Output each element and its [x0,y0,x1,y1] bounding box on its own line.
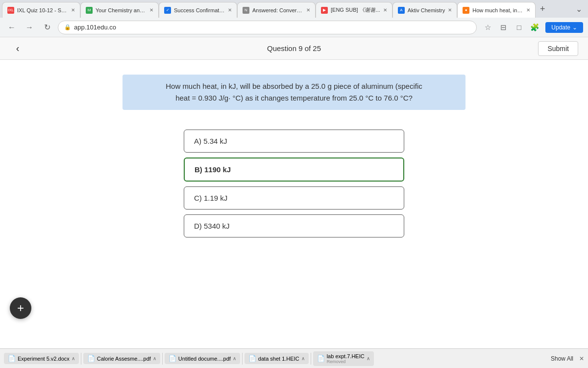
taskbar-right: Show All ✕ [549,354,584,363]
taskbar-doc-icon-4: 📄 [317,355,325,362]
taskbar-doc-icon-3: 📄 [248,355,256,362]
option-d-button[interactable]: D) 5340 kJ [184,214,404,237]
page-header: ‹ Question 9 of 25 Submit [0,37,588,60]
taskbar-chevron-2: ∧ [233,356,236,361]
update-button[interactable]: Update ⌄ [545,22,583,33]
lock-icon: 🔒 [64,24,71,30]
new-tab-button[interactable]: + [536,2,549,16]
taskbar-close-button[interactable]: ✕ [579,355,584,362]
taskbar-item-2[interactable]: 📄 Untitled docume....pdf ∧ [165,353,240,364]
taskbar-doc-icon-0: 📄 [8,355,16,362]
update-label: Update [551,24,570,31]
taskbar-chevron-4: ∧ [367,356,370,361]
tab-overflow-button[interactable]: ⌄ [576,4,582,14]
url-text: app.101edu.co [74,24,116,31]
taskbar-label-3: data shet 1.HEIC [258,356,299,362]
taskbar-chevron-0: ∧ [72,356,75,361]
tab-close-gmail[interactable]: ✕ [149,7,153,13]
update-chevron-icon: ⌄ [572,24,577,31]
taskbar-removed-badge: Removed [327,359,365,364]
tab-label-gmail: Your Chemistry answ... [96,7,147,13]
tab-favicon-gmail: M [86,7,93,14]
taskbar-item-4[interactable]: 📄 lab expt.7.HEIC Removed ∧ [313,351,374,366]
tab-video[interactable]: ▶ [ENG SUB] 《谢谢... ✕ [316,2,392,18]
address-bar-icons: ☆ ⊟ □ 🧩 [481,21,541,34]
tab-label-aktiv: Aktiv Chemistry [408,7,445,13]
bookmark-star-icon[interactable]: ☆ [481,21,494,34]
options-container: A) 5.34 kJ B) 1190 kJ C) 1.19 kJ D) 5340… [184,130,404,237]
taskbar-item-3[interactable]: 📄 data shet 1.HEIC ∧ [245,353,309,364]
tab-label-video: [ENG SUB] 《谢谢... [331,6,380,14]
tab-favicon-aktiv: A [398,7,405,14]
browser-tabs: IXL IXL Quiz 10-12 - Spring 2... ✕ M You… [0,0,588,18]
tab-favicon-howmuch: ● [463,7,469,14]
taskbar-doc-icon-2: 📄 [169,355,176,362]
option-c-button[interactable]: C) 1.19 kJ [184,186,404,210]
question-line1: How much heat, in kJ, will be absorbed b… [166,82,422,90]
tab-ixl[interactable]: IXL IXL Quiz 10-12 - Spring 2... ✕ [2,2,80,18]
address-bar: ← → ↻ 🔒 app.101edu.co ☆ ⊟ □ 🧩 Update ⌄ [0,18,588,37]
tab-howmuch[interactable]: ● How much heat, in kJ... ✕ [457,2,536,18]
taskbar: 📄 Experiment 5.v2.docx ∧ 📄 Calorie Asses… [0,348,588,368]
tab-label-success: Success Confirmation [174,7,225,13]
tab-favicon-answered: N [243,7,249,14]
taskbar-sep-3 [311,353,311,365]
tab-aktiv[interactable]: A Aktiv Chemistry ✕ [392,2,457,18]
tab-close-video[interactable]: ✕ [383,7,387,13]
question-line2: heat = 0.930 J/g· °C) as it changes temp… [175,94,413,102]
extension-icon[interactable]: 🧩 [528,21,541,34]
tab-close-answered[interactable]: ✕ [306,7,310,13]
tab-gmail[interactable]: M Your Chemistry answ... ✕ [80,2,159,18]
back-button[interactable]: ← [5,21,19,34]
screen-cast-icon[interactable]: □ [512,21,526,34]
taskbar-label-0: Experiment 5.v2.docx [18,356,70,362]
taskbar-sep-2 [242,353,243,365]
taskbar-label-4: lab expt.7.HEIC [327,353,365,359]
url-bar[interactable]: 🔒 app.101edu.co [58,21,477,34]
taskbar-doc-icon-1: 📄 [87,355,95,362]
taskbar-chevron-3: ∧ [301,356,305,361]
tab-favicon-success: ✓ [164,7,171,14]
option-b-button[interactable]: B) 1190 kJ [184,158,404,182]
tab-close-success[interactable]: ✕ [228,7,232,13]
reading-mode-icon[interactable]: ⊟ [496,21,510,34]
taskbar-chevron-1: ∧ [153,356,156,361]
back-nav-button[interactable]: ‹ [10,41,25,56]
tab-label-howmuch: How much heat, in kJ... [472,7,523,13]
taskbar-item-1[interactable]: 📄 Calorie Assesme....pdf ∧ [83,353,160,364]
tab-answered[interactable]: N Answered: Convert 2... ✕ [237,2,316,18]
tab-label-ixl: IXL Quiz 10-12 - Spring 2... [17,7,68,13]
tab-label-answered: Answered: Convert 2... [252,7,303,13]
floating-plus-button[interactable]: + [10,297,31,319]
show-all-button[interactable]: Show All [549,354,575,363]
taskbar-label-2: Untitled docume....pdf [178,356,231,362]
main-content: How much heat, in kJ, will be absorbed b… [0,60,588,344]
submit-button[interactable]: Submit [538,41,578,56]
taskbar-label-group-4: lab expt.7.HEIC Removed [327,353,365,364]
taskbar-sep-1 [162,353,163,365]
tab-close-ixl[interactable]: ✕ [71,7,75,13]
question-progress: Question 9 of 25 [267,44,321,53]
tab-close-howmuch[interactable]: ✕ [526,7,530,13]
tab-success[interactable]: ✓ Success Confirmation ✕ [159,2,237,18]
taskbar-sep-0 [81,353,81,365]
tab-favicon-video: ▶ [321,7,328,14]
tab-close-aktiv[interactable]: ✕ [448,7,452,13]
forward-button[interactable]: → [23,21,36,34]
tab-bar-right: ⌄ [549,4,586,14]
option-a-button[interactable]: A) 5.34 kJ [184,130,404,153]
refresh-button[interactable]: ↻ [40,21,54,34]
tab-favicon-ixl: IXL [7,7,14,14]
taskbar-item-0[interactable]: 📄 Experiment 5.v2.docx ∧ [4,353,79,364]
taskbar-label-1: Calorie Assesme....pdf [97,356,151,362]
question-text: How much heat, in kJ, will be absorbed b… [122,75,466,110]
